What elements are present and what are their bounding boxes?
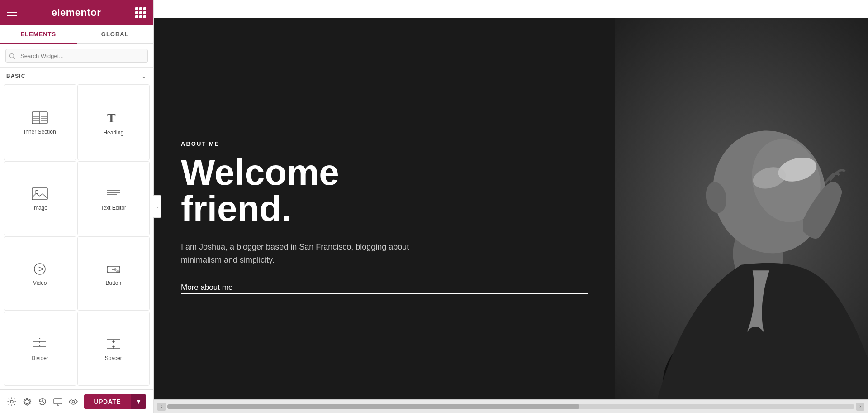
canvas-text-area: ABOUT ME Welcome friend. I am Joshua, a …: [154, 18, 615, 399]
sidebar-header: elementor: [0, 0, 153, 25]
svg-rect-13: [32, 188, 47, 200]
toolbar-icons: [7, 397, 78, 406]
widget-video-label: Video: [33, 280, 47, 286]
hamburger-button[interactable]: [7, 10, 17, 16]
text-editor-icon: [105, 187, 122, 200]
scroll-track[interactable]: [167, 404, 854, 409]
button-icon: [105, 263, 122, 275]
heading-icon: T: [106, 110, 121, 125]
svg-rect-39: [54, 399, 62, 404]
widget-image[interactable]: Image: [4, 161, 76, 235]
app-layout: elementor ELEMENTS GLOBAL: [0, 0, 868, 413]
widget-text-editor[interactable]: Text Editor: [77, 161, 150, 235]
video-icon: [32, 263, 48, 275]
widget-divider-label: Divider: [32, 355, 48, 361]
search-container: [0, 44, 153, 68]
canvas-about-label: ABOUT ME: [181, 140, 588, 147]
update-button-group: UPDATE ▼: [84, 394, 146, 409]
preview-desktop-icon[interactable]: [53, 397, 62, 406]
eye-icon[interactable]: [69, 397, 78, 406]
widget-inner-section[interactable]: Inner Section: [4, 84, 76, 160]
svg-point-42: [72, 400, 75, 403]
canvas-topbar: [154, 0, 868, 18]
svg-text:T: T: [107, 111, 116, 125]
canvas-portrait-image: [615, 18, 868, 399]
canvas-image-area: [615, 18, 868, 399]
chevron-down-icon[interactable]: ⌄: [141, 72, 147, 80]
tab-global[interactable]: GLOBAL: [77, 25, 154, 43]
svg-point-25: [116, 270, 119, 273]
svg-marker-34: [112, 341, 115, 343]
portrait-svg: [615, 18, 868, 399]
spacer-icon: [105, 338, 122, 351]
tab-elements[interactable]: ELEMENTS: [0, 25, 77, 44]
widget-divider[interactable]: Divider: [4, 312, 76, 386]
svg-point-14: [35, 191, 38, 194]
canvas-body-text: I am Joshua, a blogger based in San Fran…: [181, 240, 416, 267]
sidebar-tabs: ELEMENTS GLOBAL: [0, 25, 153, 44]
svg-marker-20: [38, 267, 44, 271]
svg-marker-30: [39, 345, 41, 346]
scroll-left-arrow[interactable]: ‹: [157, 403, 166, 411]
app-logo: elementor: [52, 7, 101, 19]
settings-icon[interactable]: [7, 397, 16, 406]
canvas-scrollbar[interactable]: ‹ ›: [154, 399, 868, 413]
sidebar-toolbar: UPDATE ▼: [0, 389, 153, 413]
sidebar-collapse-toggle[interactable]: ‹: [153, 195, 161, 218]
widget-heading[interactable]: T Heading: [77, 84, 150, 160]
canvas-section-divider: [181, 124, 588, 124]
image-icon: [32, 187, 48, 200]
section-label: BASIC ⌄: [0, 68, 153, 82]
inner-section-icon: [32, 111, 48, 124]
widget-video[interactable]: Video: [4, 236, 76, 311]
grid-icon[interactable]: [135, 7, 146, 18]
widget-button[interactable]: Button: [77, 236, 150, 311]
widget-heading-label: Heading: [103, 130, 123, 136]
widget-inner-section-label: Inner Section: [24, 129, 56, 135]
search-icon: [9, 53, 15, 59]
widget-grid: Inner Section T Heading: [0, 82, 153, 389]
widget-button-label: Button: [105, 280, 121, 286]
svg-marker-28: [39, 338, 41, 339]
update-button[interactable]: UPDATE: [84, 394, 131, 409]
widget-image-label: Image: [33, 205, 47, 211]
svg-line-1: [14, 57, 15, 59]
canvas: ABOUT ME Welcome friend. I am Joshua, a …: [154, 0, 868, 413]
scroll-right-arrow[interactable]: ›: [856, 403, 864, 411]
scroll-thumb: [167, 404, 579, 409]
history-icon[interactable]: [38, 397, 47, 406]
canvas-more-link[interactable]: More about me: [181, 283, 588, 294]
svg-point-38: [10, 400, 13, 403]
widget-spacer[interactable]: Spacer: [77, 312, 150, 386]
canvas-content: ABOUT ME Welcome friend. I am Joshua, a …: [154, 18, 868, 399]
search-input[interactable]: [5, 49, 148, 63]
layers-icon[interactable]: [23, 397, 32, 406]
sidebar: elementor ELEMENTS GLOBAL: [0, 0, 154, 413]
svg-marker-36: [112, 345, 115, 347]
update-dropdown-button[interactable]: ▼: [131, 394, 146, 409]
divider-icon: [32, 338, 48, 351]
canvas-heading: Welcome friend.: [181, 154, 588, 227]
widget-spacer-label: Spacer: [105, 355, 122, 361]
widget-text-editor-label: Text Editor: [100, 205, 126, 211]
